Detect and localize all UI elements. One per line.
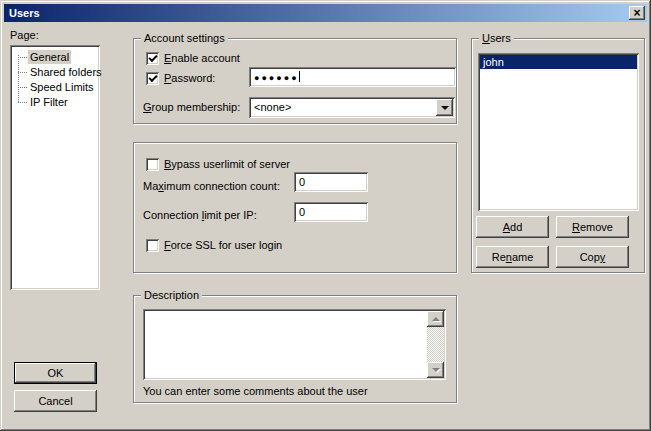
tree-branch-line bbox=[18, 102, 27, 103]
remove-user-button[interactable]: Remove bbox=[556, 216, 629, 238]
force-ssl-checkbox[interactable] bbox=[146, 239, 159, 252]
maximum-connection-count-label: Maximum connection count: bbox=[143, 180, 280, 193]
description-title: Description bbox=[141, 289, 202, 302]
users-dialog-window: Users × Page: General Shared folders Spe… bbox=[0, 0, 651, 431]
chevron-down-icon bbox=[441, 106, 449, 110]
password-label[interactable]: Password: bbox=[164, 72, 215, 85]
tree-item-label: IP Filter bbox=[28, 95, 70, 109]
password-checkbox[interactable] bbox=[146, 72, 159, 85]
arrow-down-icon bbox=[432, 368, 440, 372]
description-textarea[interactable] bbox=[143, 309, 446, 380]
description-group: Description You can enter some comments … bbox=[133, 295, 457, 403]
group-membership-select[interactable]: <none> bbox=[249, 97, 455, 118]
copy-user-button[interactable]: Copy bbox=[556, 246, 629, 268]
users-group: Users john Add Remove Rename Copy bbox=[471, 38, 645, 273]
tree-item-ip-filter[interactable]: IP Filter bbox=[10, 95, 100, 110]
password-masked-value: ●●●●●● bbox=[254, 73, 299, 83]
close-icon: × bbox=[629, 7, 645, 19]
description-scrollbar[interactable] bbox=[427, 311, 444, 378]
force-ssl-label[interactable]: Force SSL for user login bbox=[164, 239, 282, 252]
tree-branch-line bbox=[18, 57, 27, 58]
tree-item-speed-limits[interactable]: Speed Limits bbox=[10, 80, 100, 95]
page-tree: General Shared folders Speed Limits IP F… bbox=[10, 45, 100, 290]
text-caret bbox=[299, 71, 300, 82]
dropdown-button[interactable] bbox=[436, 99, 453, 116]
tree-item-label: Speed Limits bbox=[28, 80, 96, 94]
tree-branch-line bbox=[18, 87, 27, 88]
connection-limit-per-ip-input[interactable]: 0 bbox=[294, 202, 368, 222]
tree-item-label: General bbox=[28, 50, 71, 64]
group-membership-value: <none> bbox=[254, 101, 291, 113]
connection-limit-per-ip-label: Connection limit per IP: bbox=[143, 209, 257, 222]
ok-button[interactable]: OK bbox=[14, 362, 97, 384]
account-settings-group: Account settings Enable account Password… bbox=[133, 38, 457, 124]
description-hint: You can enter some comments about the us… bbox=[143, 385, 368, 398]
rename-user-button[interactable]: Rename bbox=[476, 246, 549, 268]
add-user-button[interactable]: Add bbox=[476, 216, 549, 238]
close-button[interactable]: × bbox=[629, 6, 645, 20]
cancel-button[interactable]: Cancel bbox=[14, 390, 97, 412]
users-group-title: Users bbox=[479, 32, 514, 45]
enable-account-label[interactable]: Enable account bbox=[164, 52, 240, 65]
maximum-connection-count-input[interactable]: 0 bbox=[294, 172, 368, 192]
password-input[interactable]: ●●●●●● bbox=[249, 67, 456, 87]
users-listbox[interactable]: john bbox=[478, 53, 639, 211]
page-panel-label: Page: bbox=[10, 29, 39, 42]
bypass-userlimit-label[interactable]: Bypass userlimit of server bbox=[164, 158, 290, 171]
scroll-up-button[interactable] bbox=[427, 311, 444, 327]
window-title: Users bbox=[9, 7, 40, 19]
tree-item-label: Shared folders bbox=[28, 65, 104, 79]
tree-item-general[interactable]: General bbox=[10, 50, 100, 65]
tree-branch-line bbox=[18, 72, 27, 73]
tree-item-shared-folders[interactable]: Shared folders bbox=[10, 65, 100, 80]
connection-limits-group: Bypass userlimit of server Maximum conne… bbox=[133, 142, 457, 273]
scroll-down-button[interactable] bbox=[427, 362, 444, 378]
account-settings-title: Account settings bbox=[141, 32, 228, 45]
enable-account-checkbox[interactable] bbox=[146, 52, 159, 65]
group-membership-label: Group membership: bbox=[143, 101, 240, 114]
user-list-item[interactable]: john bbox=[480, 55, 637, 69]
bypass-userlimit-checkbox[interactable] bbox=[146, 158, 159, 171]
arrow-up-icon bbox=[432, 317, 440, 321]
title-bar[interactable]: Users × bbox=[4, 4, 647, 22]
